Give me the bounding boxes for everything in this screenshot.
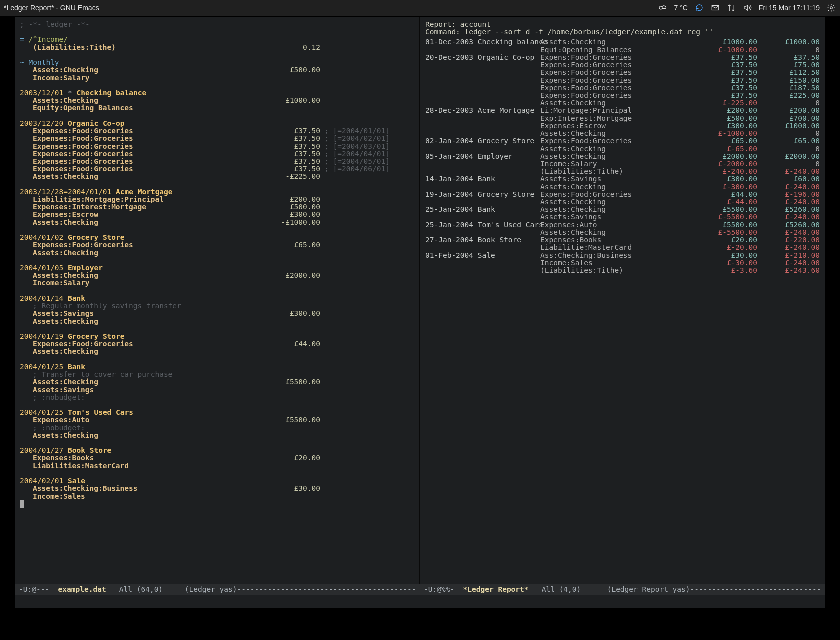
desktop-panel: *Ledger Report* - GNU Emacs 7 °C Fri 15 … <box>0 0 840 16</box>
svg-point-0 <box>660 6 662 10</box>
minibuffer[interactable] <box>15 595 825 608</box>
network-icon[interactable] <box>727 4 736 12</box>
modeline-fill: ----------------------------------------… <box>690 586 821 594</box>
modeline-pos: All (64,0) <box>106 586 185 594</box>
svg-point-2 <box>830 7 833 10</box>
system-tray: 7 °C Fri 15 Mar 17:11:19 <box>658 4 836 12</box>
svg-rect-1 <box>712 6 719 10</box>
modeline-right[interactable]: -U:@%%- *Ledger Report* All (4,0) (Ledge… <box>420 584 825 595</box>
refresh-icon[interactable] <box>695 4 704 12</box>
window-title: *Ledger Report* - GNU Emacs <box>4 4 100 12</box>
volume-icon[interactable] <box>743 4 752 12</box>
modeline-pos: All (4,0) <box>529 586 608 594</box>
modeline-left[interactable]: -U:@--- example.dat All (64,0) (Ledger y… <box>15 584 420 595</box>
settings-icon[interactable] <box>827 4 836 12</box>
buffer-example-dat[interactable]: ; -*- ledger -*- = /^Income/(Liabilities… <box>15 17 420 584</box>
modeline-mode: (Ledger Report yas) <box>608 586 690 594</box>
emacs-frame: ; -*- ledger -*- = /^Income/(Liabilities… <box>15 17 825 608</box>
modeline-mode: (Ledger yas) <box>185 586 238 594</box>
buffer-ledger-report[interactable]: Report: accountCommand: ledger --sort d … <box>420 17 825 584</box>
weather-icon[interactable] <box>658 4 667 12</box>
weather-text: 7 °C <box>674 4 688 12</box>
modeline-prefix: -U:@--- <box>19 586 58 594</box>
modeline-prefix: -U:@%%- <box>424 586 464 594</box>
modeline-bufname: example.dat <box>58 586 106 594</box>
modeline-bufname: *Ledger Report* <box>464 586 529 594</box>
mail-icon[interactable] <box>711 4 720 12</box>
modeline-fill: ----------------------------------------… <box>238 586 416 594</box>
modelines: -U:@--- example.dat All (64,0) (Ledger y… <box>15 584 825 595</box>
clock: Fri 15 Mar 17:11:19 <box>759 4 820 12</box>
